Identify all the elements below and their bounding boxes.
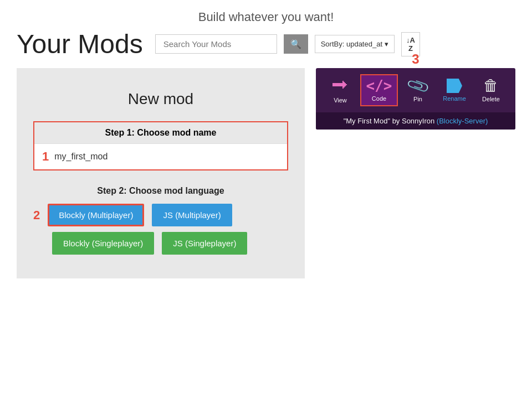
js-multiplayer-button[interactable]: JS (Multiplayer) (152, 204, 232, 226)
popup-actions: ⮕ View </> Code 📎 Pin Rename (316, 68, 515, 112)
popup-number: 3 (412, 51, 419, 67)
title-row: Your Mods 🔍 SortBy: updated_at ▾ ↓AZ (0, 29, 532, 59)
view-icon: ⮕ (331, 77, 349, 95)
step1-input-row: 1 (34, 144, 287, 169)
code-icon: </> (366, 79, 392, 93)
step2-number: 2 (33, 208, 40, 223)
popup-code-button[interactable]: </> Code (360, 74, 398, 106)
popup-rename-label: Rename (443, 95, 466, 102)
main-content: New mod Step 1: Choose mod name 1 Step 2… (0, 68, 532, 278)
chevron-down-icon: ▾ (385, 40, 388, 48)
popup-code-label: Code (372, 95, 386, 102)
popup-delete-button[interactable]: 🗑 Delete (474, 75, 508, 106)
blockly-singleplayer-button[interactable]: Blockly (Singleplayer) (52, 232, 154, 255)
search-input[interactable] (155, 34, 277, 54)
step2-row-1: 2 Blockly (Multiplayer) JS (Multiplayer) (33, 204, 232, 226)
popup-pin-button[interactable]: 📎 Pin (401, 75, 434, 106)
popup-wrapper: 3 ⮕ View </> Code 📎 Pin (316, 68, 515, 278)
popup-view-button[interactable]: ⮕ View (324, 74, 357, 107)
step1-box: Step 1: Choose mod name 1 (33, 121, 288, 170)
js-singleplayer-button[interactable]: JS (Singleplayer) (162, 232, 247, 255)
step1-number: 1 (42, 149, 49, 164)
page-title: Your Mods (17, 29, 143, 59)
popup-rename-button[interactable]: Rename (438, 75, 471, 105)
mod-name-input[interactable] (54, 152, 279, 162)
popup-footer: "My First Mod" by SonnyIron (Blockly-Ser… (316, 112, 515, 130)
page-tagline: Build whatever you want! (0, 0, 532, 29)
new-mod-panel: New mod Step 1: Choose mod name 1 Step 2… (17, 68, 305, 278)
step2-row-2: Blockly (Singleplayer) JS (Singleplayer) (52, 232, 247, 255)
search-button[interactable]: 🔍 (284, 34, 308, 54)
sortby-label: SortBy: updated_at (321, 40, 382, 48)
sortby-dropdown[interactable]: SortBy: updated_at ▾ (315, 35, 395, 53)
delete-icon: 🗑 (483, 78, 499, 94)
step1-label: Step 1: Choose mod name (34, 122, 287, 144)
popup-view-label: View (334, 97, 347, 104)
step2-buttons: 2 Blockly (Multiplayer) JS (Multiplayer)… (33, 204, 288, 255)
popup-mod-name: "My First Mod" by SonnyIron (344, 117, 435, 125)
pin-icon: 📎 (406, 74, 430, 97)
step2-label: Step 2: Choose mod language (33, 186, 288, 196)
new-mod-title: New mod (33, 79, 288, 108)
rename-icon (447, 79, 462, 93)
popup-delete-label: Delete (482, 96, 500, 102)
step2-section: Step 2: Choose mod language 2 Blockly (M… (33, 186, 288, 255)
popup-panel: ⮕ View </> Code 📎 Pin Rename (316, 68, 515, 130)
blockly-multiplayer-button[interactable]: Blockly (Multiplayer) (48, 204, 144, 226)
popup-server-type: (Blockly-Server) (437, 117, 488, 125)
